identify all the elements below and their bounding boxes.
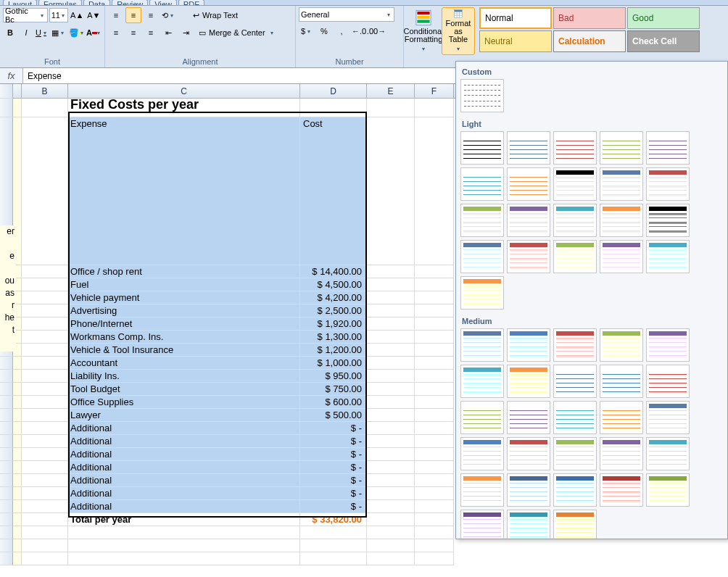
table-style-swatch[interactable]	[507, 473, 550, 507]
number-format-combo[interactable]: General▾	[299, 7, 394, 22]
col-header-B[interactable]: B	[22, 84, 68, 98]
tab-pdf[interactable]: PDF	[178, 0, 204, 6]
table-style-swatch[interactable]	[460, 131, 504, 165]
table-row[interactable]	[0, 539, 728, 552]
tab-data[interactable]: Data	[83, 0, 110, 6]
align-center-button[interactable]: ≡	[125, 25, 141, 41]
table-style-swatch[interactable]	[553, 401, 597, 434]
orientation-button[interactable]: ⟲▾	[160, 7, 176, 23]
col-header-F[interactable]: F	[415, 84, 454, 98]
percent-format-button[interactable]: %	[316, 23, 332, 39]
table-style-swatch[interactable]	[646, 240, 690, 273]
wrap-text-button[interactable]: ↩Wrap Text	[189, 7, 241, 23]
table-style-swatch[interactable]	[460, 240, 504, 273]
table-style-swatch[interactable]	[646, 401, 690, 434]
shrink-font-button[interactable]: A▼	[86, 7, 102, 23]
table-style-swatch[interactable]	[460, 401, 504, 434]
table-style-swatch[interactable]	[460, 437, 504, 470]
table-style-swatch[interactable]	[646, 328, 690, 362]
font-color-button[interactable]: A▾	[86, 25, 102, 41]
col-header-E[interactable]: E	[367, 84, 415, 98]
decrease-decimal-button[interactable]: .00→	[368, 23, 384, 39]
increase-decimal-button[interactable]: ←.0	[351, 23, 367, 39]
align-left-button[interactable]: ≡	[108, 25, 124, 41]
conditional-formatting-button[interactable]: Conditional Formatting▾	[407, 7, 440, 55]
table-style-swatch[interactable]	[600, 204, 643, 237]
format-as-table-button[interactable]: Format as Table▾	[442, 7, 475, 55]
cell-style-bad[interactable]: Bad	[553, 7, 626, 29]
cell-style-normal[interactable]: Normal	[479, 7, 552, 29]
table-style-swatch[interactable]	[600, 437, 643, 470]
tab-view[interactable]: View	[149, 0, 177, 6]
align-top-button[interactable]: ≡	[108, 7, 124, 23]
table-style-custom[interactable]	[460, 79, 504, 112]
table-style-swatch[interactable]	[646, 204, 690, 237]
cell-style-check-cell[interactable]: Check Cell	[627, 30, 700, 52]
accounting-format-button[interactable]: $▾	[299, 23, 315, 39]
table-style-swatch[interactable]	[553, 328, 597, 362]
table-row[interactable]	[0, 552, 728, 565]
table-style-swatch[interactable]	[460, 276, 504, 310]
col-header-D[interactable]: D	[300, 84, 367, 98]
table-style-swatch[interactable]	[553, 240, 597, 273]
table-style-swatch[interactable]	[600, 240, 643, 273]
table-style-swatch[interactable]	[507, 328, 550, 362]
cell-style-neutral[interactable]: Neutral	[479, 30, 552, 52]
table-style-swatch[interactable]	[460, 473, 504, 507]
cell-style-good[interactable]: Good	[627, 7, 700, 29]
table-style-swatch[interactable]	[460, 510, 504, 539]
table-style-swatch[interactable]	[600, 131, 643, 165]
table-style-swatch[interactable]	[600, 167, 643, 201]
align-middle-button[interactable]: ≡	[125, 7, 141, 23]
italic-button[interactable]: I	[19, 25, 33, 41]
align-bottom-button[interactable]: ≡	[143, 7, 159, 23]
table-style-swatch[interactable]	[460, 328, 504, 362]
table-style-swatch[interactable]	[507, 204, 550, 237]
table-style-swatch[interactable]	[553, 473, 597, 507]
table-style-swatch[interactable]	[507, 131, 550, 165]
col-header-C[interactable]: C	[68, 84, 300, 98]
table-style-swatch[interactable]	[460, 365, 504, 398]
table-style-swatch[interactable]	[646, 473, 690, 507]
table-style-swatch[interactable]	[507, 437, 550, 470]
table-style-swatch[interactable]	[507, 240, 550, 273]
table-style-swatch[interactable]	[553, 365, 597, 398]
bold-button[interactable]: B	[3, 25, 17, 41]
merge-center-button[interactable]: ▭Merge & Center▾	[195, 25, 279, 41]
table-style-swatch[interactable]	[507, 401, 550, 434]
table-style-swatch[interactable]	[646, 167, 690, 201]
grow-font-button[interactable]: A▲	[70, 7, 85, 23]
table-style-swatch[interactable]	[553, 437, 597, 470]
fill-color-button[interactable]: 🪣▾	[68, 25, 84, 41]
underline-button[interactable]: U▾	[35, 25, 49, 41]
table-style-swatch[interactable]	[507, 167, 550, 201]
increase-indent-button[interactable]: ⇥	[178, 25, 194, 41]
align-right-button[interactable]: ≡	[143, 25, 159, 41]
font-name-combo[interactable]: Gothic Bc▾	[3, 8, 48, 22]
comma-format-button[interactable]: ,	[334, 23, 349, 39]
table-style-swatch[interactable]	[646, 131, 690, 165]
tab-review[interactable]: Review	[112, 0, 148, 6]
table-style-swatch[interactable]	[600, 365, 643, 398]
border-button[interactable]: ▦▾	[51, 25, 67, 41]
table-style-swatch[interactable]	[600, 328, 643, 362]
font-size-combo[interactable]: 11▾	[49, 8, 68, 22]
table-style-swatch[interactable]	[600, 473, 643, 507]
table-style-swatch[interactable]	[507, 510, 550, 539]
table-style-swatch[interactable]	[507, 365, 550, 398]
tab-formulas[interactable]: Formulas	[38, 0, 82, 6]
table-style-swatch[interactable]	[553, 510, 597, 539]
col-header-A[interactable]	[13, 84, 22, 98]
table-style-swatch[interactable]	[600, 401, 643, 434]
table-style-swatch[interactable]	[460, 167, 504, 201]
table-style-swatch[interactable]	[646, 365, 690, 398]
table-style-swatch[interactable]	[646, 437, 690, 470]
tab-layout[interactable]: Layout	[3, 0, 37, 6]
table-style-swatch[interactable]	[553, 167, 597, 201]
table-style-swatch[interactable]	[460, 204, 504, 237]
select-all-corner[interactable]	[0, 84, 13, 99]
cell-style-calculation[interactable]: Calculation	[553, 30, 626, 52]
table-style-swatch[interactable]	[553, 131, 597, 165]
table-style-swatch[interactable]	[553, 204, 597, 237]
decrease-indent-button[interactable]: ⇤	[160, 25, 176, 41]
